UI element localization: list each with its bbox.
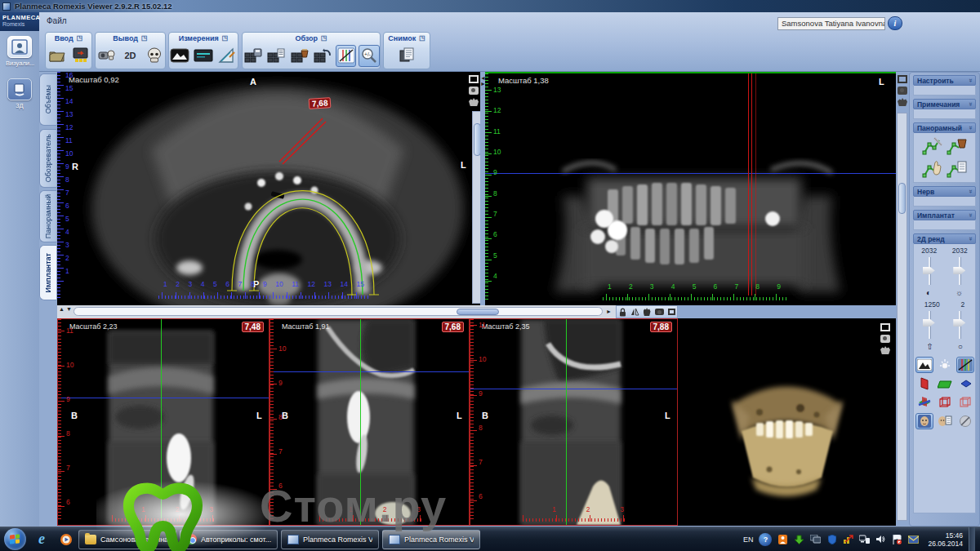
pano-slice-cursor-2[interactable]: [751, 73, 752, 295]
lock-icon[interactable]: [619, 308, 626, 317]
expander-icon[interactable]: ◳: [77, 34, 83, 42]
collapse-right-icon[interactable]: ►: [480, 81, 485, 87]
snapshot-icon[interactable]: [655, 309, 664, 315]
tab-panoramic[interactable]: Панорамный: [39, 190, 56, 242]
taskbar-button-folder[interactable]: Самсонова Татьяна ...: [78, 530, 176, 549]
layout-report-icon[interactable]: [265, 45, 286, 67]
maximize-pane-icon[interactable]: [898, 75, 907, 83]
tab-explorer[interactable]: Обозреватель: [39, 129, 56, 188]
cs2-crosshair-vertical[interactable]: [360, 319, 361, 526]
layout-reset-icon[interactable]: [312, 45, 332, 67]
display-tray-icon[interactable]: [810, 534, 821, 544]
all-planes-icon[interactable]: [915, 394, 933, 411]
patient-info-button[interactable]: i: [888, 16, 902, 30]
pano-slice-cursor-1[interactable]: [748, 73, 749, 295]
delete-curve-icon[interactable]: [947, 136, 968, 156]
scroll-right-icon[interactable]: ►: [606, 309, 612, 314]
cross-section-scrollbar[interactable]: [74, 307, 603, 316]
collapse-down-icon[interactable]: ▼: [66, 306, 72, 312]
section-panoramic[interactable]: Панорамный »: [913, 122, 976, 133]
taskbar-button-chrome[interactable]: Автоприколы: смот...: [180, 530, 278, 549]
cs3-crosshair-horizontal[interactable]: [470, 389, 678, 389]
angle-measure-icon[interactable]: [216, 45, 238, 67]
measurement-display-icon[interactable]: [193, 45, 214, 67]
module-3d-button[interactable]: 3Д: [6, 78, 33, 109]
main-scroll-thumb[interactable]: [898, 183, 906, 214]
show-desktop-button[interactable]: [969, 527, 975, 551]
maximize-pane-icon[interactable]: [880, 323, 890, 331]
sagittal-plane-icon[interactable]: [915, 375, 933, 392]
import-image-icon[interactable]: [70, 45, 91, 67]
thickness-slider[interactable]: [953, 311, 966, 339]
coronal-plane-icon[interactable]: [936, 375, 954, 392]
security-tray-icon[interactable]: [826, 534, 837, 544]
snapshot-pane-icon[interactable]: [880, 335, 890, 343]
section-implant[interactable]: Имплантат »: [913, 210, 976, 220]
language-indicator[interactable]: EN: [743, 535, 754, 544]
pano-crosshair-horizontal[interactable]: [485, 173, 896, 174]
pane-splitter-vertical[interactable]: ◄ ►: [480, 72, 485, 305]
move-curve-icon[interactable]: [922, 159, 943, 179]
section-nerve[interactable]: Нерв »: [913, 186, 976, 197]
collapse-up-icon[interactable]: ▲: [59, 306, 65, 312]
export-3d-skull-icon[interactable]: [144, 45, 165, 67]
export-xray-icon[interactable]: [96, 45, 118, 67]
update-tray-icon[interactable]: [794, 534, 804, 544]
panoramic-view[interactable]: Масштаб 1,38 L 13121110987654 123456789: [485, 72, 896, 305]
mail-tray-icon[interactable]: [908, 534, 919, 544]
start-button[interactable]: [4, 528, 26, 550]
slice-lines-tool-icon[interactable]: [956, 357, 974, 373]
cs1-crosshair-vertical[interactable]: [161, 319, 162, 526]
cross-section-view-1[interactable]: Масштаб 2,23 7,48 B L 11109876 123: [57, 318, 270, 526]
taskbar-clock[interactable]: 15:46 26.06.2014: [928, 531, 963, 548]
zoom-icon[interactable]: +/-: [359, 45, 380, 67]
expander-icon[interactable]: ◳: [141, 34, 148, 42]
cs1-crosshair-horizontal[interactable]: [58, 398, 270, 398]
pan-tool-icon[interactable]: [880, 346, 890, 354]
splitter-arrows[interactable]: ▲ ▼: [59, 306, 72, 312]
utility-tray-icon[interactable]: [777, 534, 788, 544]
axial-view[interactable]: Масштаб 0,92 A R L P 7,68 16151413121110…: [57, 72, 485, 305]
window-slider[interactable]: [923, 257, 936, 285]
window-level-icon[interactable]: [169, 45, 190, 67]
open-folder-icon[interactable]: [47, 45, 68, 67]
section-configure[interactable]: Настроить »: [913, 75, 976, 86]
maximize-icon[interactable]: [668, 309, 675, 315]
level-slider-thumb[interactable]: [953, 267, 965, 274]
help-tray-icon[interactable]: ?: [759, 533, 772, 546]
cross-section-view-3[interactable]: Масштаб 2,35 7,88 B L 11109876 123: [470, 318, 678, 526]
sharpen-slider[interactable]: [923, 311, 936, 339]
expander-icon[interactable]: ◳: [321, 34, 327, 42]
draw-curve-icon[interactable]: [922, 136, 943, 156]
layout-save-icon[interactable]: [243, 45, 263, 67]
module-visualize-button[interactable]: Визуали...: [6, 36, 33, 67]
volume-box-icon[interactable]: [936, 394, 954, 411]
render-3d-view[interactable]: [678, 318, 896, 526]
pano-slice-cursor-3[interactable]: [755, 73, 756, 295]
cs3-crosshair-vertical[interactable]: [566, 319, 567, 526]
main-vertical-scrollbar[interactable]: [897, 113, 907, 521]
clip-box-icon[interactable]: [956, 394, 974, 411]
snapshot-icon[interactable]: [396, 45, 417, 67]
mirror-icon[interactable]: [630, 308, 639, 316]
cross-section-view-2[interactable]: Масштаб 1,91 7,68 B L 109876 123: [270, 318, 470, 526]
cross-section-scroll-thumb[interactable]: [457, 309, 499, 315]
action-center-flag-icon[interactable]: [892, 534, 902, 544]
section-annotations[interactable]: Примечания »: [913, 99, 976, 109]
section-2d-render[interactable]: 2Д ренд »: [913, 233, 976, 244]
layout-delete-icon[interactable]: [289, 45, 310, 67]
title-bar[interactable]: Planmeca Romexis Viewer 2.9.2.R 15.02.12: [0, 0, 980, 12]
histogram-tool-icon[interactable]: [915, 357, 933, 373]
volume-tray-icon[interactable]: [875, 534, 886, 544]
pan-tool-icon[interactable]: [898, 98, 907, 106]
pan-tool-icon[interactable]: [469, 98, 479, 106]
expander-icon[interactable]: ◳: [222, 34, 229, 42]
maximize-pane-icon[interactable]: [469, 75, 479, 83]
pan-tool-icon[interactable]: [644, 308, 651, 316]
patient-name-field[interactable]: Samsonova Tatiyana Ivanovna: [777, 17, 885, 30]
network-tray-icon[interactable]: [859, 534, 870, 544]
curve-list-icon[interactable]: [947, 159, 968, 179]
taskbar-button-romexis-2[interactable]: Planmeca Romexis V...: [382, 530, 480, 549]
chart-tray-icon[interactable]: [843, 534, 853, 544]
tab-volumes[interactable]: Объёмы: [39, 73, 56, 126]
